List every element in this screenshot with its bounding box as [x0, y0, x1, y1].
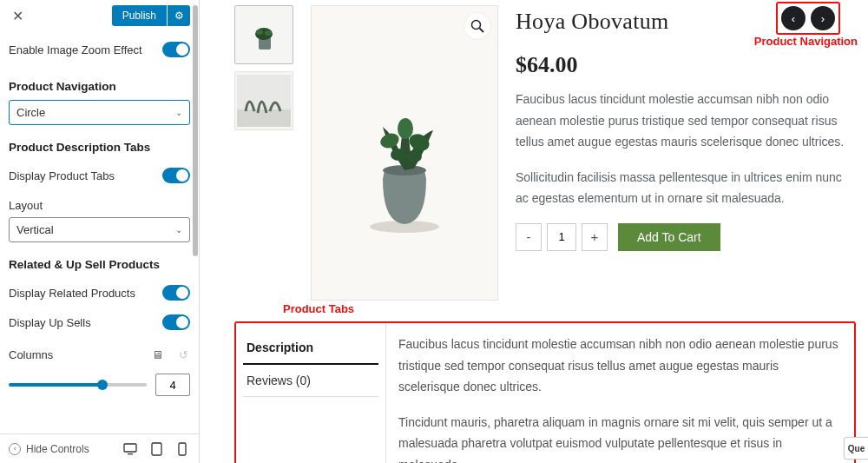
layout-select[interactable]: Vertical ⌄ — [9, 217, 190, 242]
add-to-cart-button[interactable]: Add To Cart — [618, 223, 720, 251]
add-to-cart-row: - + Add To Cart — [516, 223, 856, 251]
next-product-button[interactable]: › — [811, 6, 835, 30]
columns-label: Columns — [9, 348, 150, 361]
svg-point-7 — [265, 30, 272, 36]
product-tabs-callout: Product Tabs — [283, 302, 354, 315]
magnify-icon — [470, 19, 484, 33]
sidebar-footer: ‹ Hide Controls — [0, 433, 199, 463]
tab-description[interactable]: Description — [243, 332, 378, 365]
product-navigation-title: Product Navigation — [9, 80, 190, 93]
svg-point-16 — [398, 118, 413, 139]
chevron-left-icon: ‹ — [792, 12, 795, 25]
zoom-effect-label: Enable Image Zoom Effect — [9, 43, 162, 56]
chevron-down-icon: ⌄ — [175, 108, 182, 117]
desktop-icon[interactable]: 🖥 — [150, 347, 164, 361]
gear-icon: ⚙ — [174, 10, 184, 22]
svg-line-11 — [480, 29, 484, 33]
zoom-effect-toggle[interactable] — [162, 42, 190, 57]
customizer-sidebar: ✕ Publish ⚙ Enable Image Zoom Effect Pro… — [0, 0, 200, 463]
main-product-image[interactable] — [311, 5, 498, 301]
hide-controls-button[interactable]: ‹ Hide Controls — [9, 443, 89, 455]
chevron-down-icon: ⌄ — [175, 225, 182, 235]
device-tablet-icon[interactable] — [148, 441, 164, 457]
columns-slider[interactable] — [9, 383, 147, 387]
preview-pane: ‹ › Product Navigation Hoya Obovatum $64… — [200, 0, 868, 463]
display-related-toggle[interactable] — [162, 285, 190, 301]
display-upsells-toggle[interactable] — [162, 314, 190, 330]
publish-button[interactable]: Publish — [112, 5, 167, 26]
svg-point-6 — [256, 30, 263, 35]
display-product-tabs-label: Display Product Tabs — [9, 169, 162, 182]
product-info: ‹ › Product Navigation Hoya Obovatum $64… — [516, 3, 856, 251]
qty-input[interactable] — [547, 223, 576, 251]
thumbnail-2[interactable] — [234, 71, 293, 130]
svg-rect-9 — [237, 109, 291, 127]
display-related-label: Display Related Products — [9, 287, 162, 300]
layout-value: Vertical — [16, 223, 54, 236]
product-description-2: Sollicitudin facilisis massa pellentesqu… — [516, 167, 856, 209]
product-navigation-value: Circle — [16, 106, 45, 119]
product-description-1: Faucibus lacus tincidunt molestie accums… — [516, 89, 856, 153]
device-mobile-icon[interactable] — [174, 441, 190, 457]
device-desktop-icon[interactable] — [122, 441, 138, 457]
svg-rect-2 — [152, 443, 161, 455]
layout-label: Layout — [9, 199, 190, 212]
chevron-right-icon: › — [821, 12, 825, 25]
tab-content: Faucibus lacus tincidunt molestie accums… — [385, 323, 854, 463]
product-description-tabs-title: Product Description Tabs — [9, 141, 190, 154]
product-navigation-callout: Product Navigation — [754, 35, 858, 48]
product-tabs-box: Description Reviews (0) Faucibus lacus t… — [234, 321, 856, 463]
columns-input[interactable] — [155, 374, 190, 396]
magnify-button[interactable] — [464, 13, 490, 39]
product-top: ‹ › Product Navigation Hoya Obovatum $64… — [234, 3, 856, 301]
product-navigation-controls: ‹ › — [776, 2, 840, 35]
svg-rect-0 — [124, 444, 136, 452]
publish-settings-button[interactable]: ⚙ — [168, 5, 190, 26]
close-icon[interactable]: ✕ — [9, 7, 26, 24]
qty-decrease-button[interactable]: - — [516, 223, 542, 251]
qty-increase-button[interactable]: + — [582, 223, 608, 251]
display-upsells-label: Display Up Sells — [9, 316, 162, 329]
svg-rect-3 — [179, 443, 186, 455]
tab-reviews[interactable]: Reviews (0) — [243, 365, 378, 397]
prev-product-button[interactable]: ‹ — [781, 6, 806, 30]
sidebar-scroll: ✕ Publish ⚙ Enable Image Zoom Effect Pro… — [0, 0, 199, 433]
svg-rect-1 — [128, 453, 133, 454]
reset-icon[interactable]: ↺ — [176, 347, 190, 361]
que-widget[interactable]: Que — [844, 437, 868, 460]
svg-point-17 — [391, 149, 406, 161]
tab-content-p2: Tincidunt mauris, pharetra aliquam in ma… — [398, 412, 842, 464]
product-navigation-select[interactable]: Circle ⌄ — [9, 100, 190, 125]
product-tabs-wrap: Product Tabs Description Reviews (0) Fau… — [234, 321, 856, 463]
svg-point-10 — [472, 21, 481, 30]
related-products-title: Related & Up Sell Products — [9, 258, 190, 271]
product-price: $64.00 — [516, 52, 856, 78]
thumbnail-column — [234, 5, 293, 130]
sidebar-scrollbar[interactable] — [193, 5, 198, 256]
display-product-tabs-toggle[interactable] — [162, 168, 190, 183]
tab-content-p1: Faucibus lacus tincidunt molestie accums… — [398, 334, 842, 398]
svg-point-18 — [406, 150, 422, 162]
tabs-list: Description Reviews (0) — [236, 323, 385, 463]
collapse-icon: ‹ — [9, 443, 21, 455]
thumbnail-1[interactable] — [234, 5, 293, 64]
